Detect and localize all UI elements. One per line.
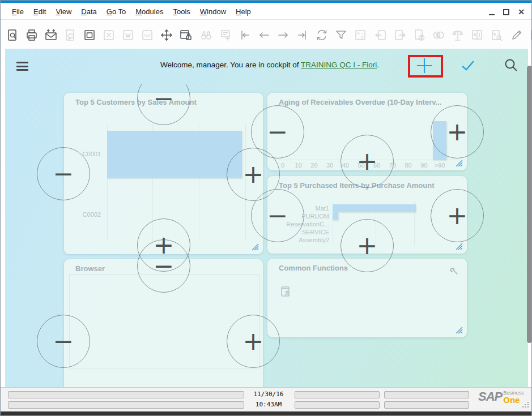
menu-item-modules[interactable]: Modules bbox=[134, 7, 164, 16]
export-excel-icon[interactable] bbox=[101, 28, 116, 42]
tick-label: 80 bbox=[405, 162, 411, 169]
tick-label: 20 bbox=[310, 162, 317, 169]
search-icon[interactable] bbox=[504, 58, 518, 72]
nav-prev-icon[interactable] bbox=[257, 28, 271, 42]
print-icon[interactable] bbox=[24, 28, 39, 42]
export-pdf-icon[interactable]: PDF bbox=[140, 28, 155, 42]
svg-text:A→: A→ bbox=[357, 31, 364, 35]
sort-icon[interactable]: A→←Z bbox=[353, 28, 368, 42]
logo-one-text: One bbox=[503, 396, 524, 404]
status-field bbox=[384, 391, 469, 398]
nav-first-icon[interactable] bbox=[237, 28, 252, 42]
edit-pencil-icon[interactable] bbox=[509, 28, 524, 42]
menu-item-help[interactable]: Help bbox=[235, 7, 252, 16]
resize-handle-icon[interactable] bbox=[454, 325, 463, 334]
scales-icon[interactable] bbox=[450, 28, 465, 42]
binoculars-find-icon[interactable] bbox=[199, 28, 214, 42]
widget-title: Browser bbox=[75, 264, 105, 273]
widget-collapse-button[interactable]: − bbox=[251, 189, 304, 242]
hamburger-menu-icon[interactable] bbox=[16, 62, 28, 71]
widget-collapse-button[interactable]: − bbox=[137, 239, 190, 293]
wrench-icon[interactable] bbox=[449, 265, 459, 276]
window-controls: ✕ bbox=[489, 7, 525, 17]
lock-screen-icon[interactable] bbox=[178, 28, 193, 42]
coins-icon[interactable] bbox=[431, 28, 446, 42]
print-preview-icon[interactable] bbox=[82, 28, 97, 42]
widget-expand-button[interactable]: + bbox=[431, 105, 484, 158]
titlebar bbox=[1, 1, 531, 3]
filter-icon[interactable] bbox=[334, 28, 348, 42]
widget-collapse-button[interactable]: − bbox=[37, 147, 90, 200]
vertical-scrollbar-thumb[interactable] bbox=[527, 66, 532, 343]
doc-money-icon[interactable] bbox=[412, 28, 427, 42]
resize-handle-icon[interactable] bbox=[250, 242, 259, 251]
resize-handle-icon[interactable] bbox=[454, 242, 463, 251]
svg-text:←Z: ←Z bbox=[357, 35, 364, 39]
welcome-text: Welcome, manager. You are in cockpit of bbox=[160, 61, 301, 69]
menu-item-window[interactable]: Window bbox=[199, 7, 227, 16]
toolbar: PDFA→←Z bbox=[5, 22, 531, 48]
cockpit-area: Welcome, manager. You are in cockpit of … bbox=[5, 49, 528, 387]
move-icon[interactable] bbox=[159, 28, 174, 42]
menu-item-file[interactable]: File bbox=[11, 7, 25, 16]
doc-chat-icon[interactable] bbox=[63, 28, 78, 42]
tick-label: 90 bbox=[420, 162, 427, 169]
bar-C0001 bbox=[107, 131, 242, 178]
cockpit-link[interactable]: TRAINING QC I - Fiori bbox=[301, 61, 377, 69]
menu-item-view[interactable]: View bbox=[54, 7, 73, 16]
confirm-button[interactable] bbox=[461, 58, 475, 73]
nav-next-icon[interactable] bbox=[276, 28, 291, 42]
toolbar-group bbox=[373, 28, 504, 42]
nav-last-icon[interactable] bbox=[295, 28, 310, 42]
sap-business-one-logo: SAP Business One bbox=[478, 390, 524, 404]
resize-handle-icon[interactable] bbox=[454, 158, 463, 168]
svg-text:PDF: PDF bbox=[144, 33, 151, 37]
status-date: 11/30/16 bbox=[250, 391, 287, 398]
widget-collapse-button[interactable]: − bbox=[251, 105, 304, 158]
minimize-icon[interactable] bbox=[489, 14, 495, 15]
status-time: 10:43AM bbox=[250, 401, 287, 408]
menu-item-edit[interactable]: Edit bbox=[32, 7, 47, 16]
status-field bbox=[295, 391, 380, 398]
bar-PURUOM bbox=[333, 212, 338, 220]
widget-expand-button[interactable]: + bbox=[341, 135, 394, 188]
menu-separator bbox=[1, 19, 531, 20]
refresh-icon[interactable] bbox=[314, 28, 329, 42]
widget-collapse-button[interactable]: − bbox=[37, 315, 90, 368]
menu-item-data[interactable]: Data bbox=[80, 7, 97, 16]
status-bar: 11/30/16 10:43AM SAP Business One bbox=[1, 387, 531, 413]
menu-item-tools[interactable]: Tools bbox=[172, 7, 191, 16]
window-resize-grip[interactable] bbox=[522, 402, 529, 408]
doc-price-find-icon[interactable] bbox=[489, 28, 504, 42]
maximize-icon[interactable] bbox=[503, 9, 509, 15]
status-message-field bbox=[8, 391, 244, 398]
widget-title: Common Functions bbox=[279, 264, 348, 272]
add-row-icon[interactable] bbox=[218, 28, 233, 42]
tick-label: 0 bbox=[281, 162, 284, 169]
doc-find-icon[interactable] bbox=[5, 28, 20, 42]
doc-payment-out-icon[interactable] bbox=[393, 28, 407, 42]
close-icon[interactable]: ✕ bbox=[518, 8, 525, 16]
export-word-icon[interactable] bbox=[121, 28, 135, 42]
sap-logo-text: SAP bbox=[478, 390, 502, 404]
tick-label: >90 bbox=[435, 162, 445, 169]
business-partner-doc-icon[interactable] bbox=[280, 286, 291, 297]
category-label: C0002 bbox=[64, 211, 101, 218]
widget-expand-button[interactable]: + bbox=[227, 315, 280, 368]
doc-payment-in-icon[interactable] bbox=[373, 28, 388, 42]
welcome-period: . bbox=[377, 61, 379, 69]
widget-expand-button[interactable]: + bbox=[431, 189, 484, 242]
widget-expand-button[interactable]: + bbox=[341, 219, 394, 272]
doc-settings-icon[interactable] bbox=[529, 28, 531, 42]
toolbar-group bbox=[509, 28, 531, 42]
email-send-icon[interactable] bbox=[44, 28, 58, 42]
menu-bar: FileEditViewDataGo ToModulesToolsWindowH… bbox=[11, 5, 252, 18]
add-widget-button[interactable] bbox=[415, 57, 433, 75]
doc-price-icon[interactable] bbox=[470, 28, 484, 42]
toolbar-group: PDF bbox=[5, 28, 193, 42]
welcome-message: Welcome, manager. You are in cockpit of … bbox=[100, 61, 440, 69]
menu-item-go-to[interactable]: Go To bbox=[105, 7, 127, 16]
status-field bbox=[384, 401, 469, 409]
status-field bbox=[295, 401, 380, 409]
tick-label: 10 bbox=[295, 162, 302, 169]
